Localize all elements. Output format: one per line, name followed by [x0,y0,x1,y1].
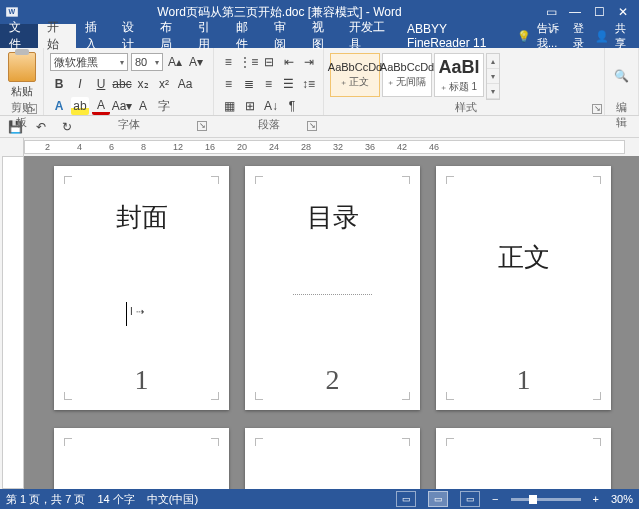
page-heading: 封面 [116,200,168,235]
sort-button[interactable]: A↓ [262,97,280,115]
font-color-button[interactable]: A [92,97,110,115]
superscript-button[interactable]: x² [155,75,173,93]
page-heading: 正文 [498,240,550,275]
bold-button[interactable]: B [50,75,68,93]
font-name-combo[interactable]: 微软雅黑▾ [50,53,128,71]
paragraph-launcher[interactable]: ↘ [307,121,317,131]
styles-launcher[interactable]: ↘ [592,104,602,114]
justify-button[interactable]: ☰ [280,75,297,93]
status-words[interactable]: 14 个字 [97,492,134,507]
tab-file[interactable]: 文件 [0,24,38,48]
tab-review[interactable]: 审阅 [265,24,303,48]
status-page[interactable]: 第 1 页，共 7 页 [6,492,85,507]
text-effects-button[interactable]: A [50,97,68,115]
document-page[interactable]: 封面I ⇢1 [54,166,229,410]
document-page[interactable] [245,428,420,489]
document-page[interactable]: 正文1 [436,166,611,410]
window-title: Word页码从第三页开始.doc [兼容模式] - Word [20,4,539,21]
character-border-button[interactable]: A [134,97,152,115]
read-mode-button[interactable]: ▭ [396,491,416,507]
tab-design[interactable]: 设计 [113,24,151,48]
style-item-2[interactable]: AaBl₊ 标题 1 [434,53,484,97]
tab-view[interactable]: 视图 [303,24,341,48]
shrink-font-button[interactable]: A▾ [187,53,205,71]
subscript-button[interactable]: x₂ [134,75,152,93]
styles-scroll[interactable]: ▴▾▾ [486,53,500,100]
grow-font-button[interactable]: A▴ [166,53,184,71]
show-marks-button[interactable]: ¶ [283,97,301,115]
font-launcher[interactable]: ↘ [197,121,207,131]
page-number: 1 [517,364,531,396]
group-styles: AaBbCcDd₊ 正文AaBbCcDd₊ 无间隔AaBl₊ 标题 1▴▾▾ 样… [324,48,605,115]
numbering-button[interactable]: ⋮≡ [240,53,258,71]
word-app-icon: W [4,4,20,20]
page-heading: 目录 [307,200,359,235]
ribbon-display-options-icon[interactable]: ▭ [539,5,563,19]
phonetic-guide-button[interactable]: 字 [155,97,173,115]
page-number: 1 [135,364,149,396]
zoom-out-button[interactable]: − [492,493,498,505]
document-page[interactable] [436,428,611,489]
paragraph-group-label: 段落 [258,118,280,130]
zoom-slider[interactable] [511,498,581,501]
tab-mailings[interactable]: 邮件 [227,24,265,48]
align-left-button[interactable]: ≡ [220,75,237,93]
document-page[interactable]: 目录2 [245,166,420,410]
tell-me-label[interactable]: 告诉我... [537,21,567,51]
font-group-label: 字体 [118,118,140,130]
clipboard-launcher[interactable]: ↘ [27,104,37,114]
strikethrough-button[interactable]: abc [113,75,131,93]
style-item-1[interactable]: AaBbCcDd₊ 无间隔 [382,53,432,97]
chevron-down-icon: ▾ [155,58,159,67]
close-button[interactable]: ✕ [611,5,635,19]
svg-text:W: W [9,8,16,15]
status-language[interactable]: 中文(中国) [147,492,198,507]
zoom-level[interactable]: 30% [611,493,633,505]
decrease-indent-button[interactable]: ⇤ [281,53,298,71]
underline-button[interactable]: U [92,75,110,93]
italic-button[interactable]: I [71,75,89,93]
font-name-value: 微软雅黑 [54,55,98,70]
tab-layout[interactable]: 布局 [151,24,189,48]
highlight-button[interactable]: ab [71,97,89,115]
shading-button[interactable]: ▦ [220,97,238,115]
align-center-button[interactable]: ≣ [240,75,257,93]
web-layout-button[interactable]: ▭ [460,491,480,507]
tab-insert[interactable]: 插入 [76,24,114,48]
multilevel-button[interactable]: ⊟ [261,53,278,71]
find-icon[interactable]: 🔍 [613,67,631,85]
page-number: 2 [326,364,340,396]
tell-me-icon[interactable]: 💡 [517,30,531,43]
line-spacing-button[interactable]: ↕≡ [300,75,317,93]
horizontal-ruler[interactable]: 2468121620242832364246 [0,138,639,156]
tab-references[interactable]: 引用 [189,24,227,48]
minimize-button[interactable]: — [563,5,587,19]
ribbon: 粘贴 剪贴板↘ 微软雅黑▾ 80▾ A▴ A▾ B I U abc x₂ x² … [0,48,639,116]
undo-button[interactable]: ↶ [32,118,50,136]
print-layout-button[interactable]: ▭ [428,491,448,507]
paste-icon[interactable] [8,52,36,82]
zoom-in-button[interactable]: + [593,493,599,505]
font-size-combo[interactable]: 80▾ [131,53,163,71]
style-item-0[interactable]: AaBbCcDd₊ 正文 [330,53,380,97]
align-right-button[interactable]: ≡ [260,75,277,93]
clear-format-button[interactable]: Aa [176,75,194,93]
share-button[interactable]: 共享 [615,21,631,51]
paste-label[interactable]: 粘贴 [11,84,33,99]
tab-developer[interactable]: 开发工具 [340,24,398,48]
maximize-button[interactable]: ☐ [587,5,611,19]
vertical-ruler[interactable] [2,156,24,489]
tab-finereader[interactable]: ABBYY FineReader 11 [398,24,517,48]
change-case-button[interactable]: Aa▾ [113,97,131,115]
borders-button[interactable]: ⊞ [241,97,259,115]
group-font: 微软雅黑▾ 80▾ A▴ A▾ B I U abc x₂ x² Aa A ab … [44,48,214,115]
increase-indent-button[interactable]: ⇥ [300,53,317,71]
document-canvas[interactable]: 封面I ⇢1目录2正文1 [24,156,639,489]
group-editing: 🔍 编辑 [605,48,639,115]
tab-home[interactable]: 开始 [38,24,76,48]
bullets-button[interactable]: ≡ [220,53,237,71]
document-page[interactable] [54,428,229,489]
work-area: 封面I ⇢1目录2正文1 [0,156,639,489]
group-clipboard: 粘贴 剪贴板↘ [0,48,44,115]
signin-button[interactable]: 登录 [573,21,589,51]
